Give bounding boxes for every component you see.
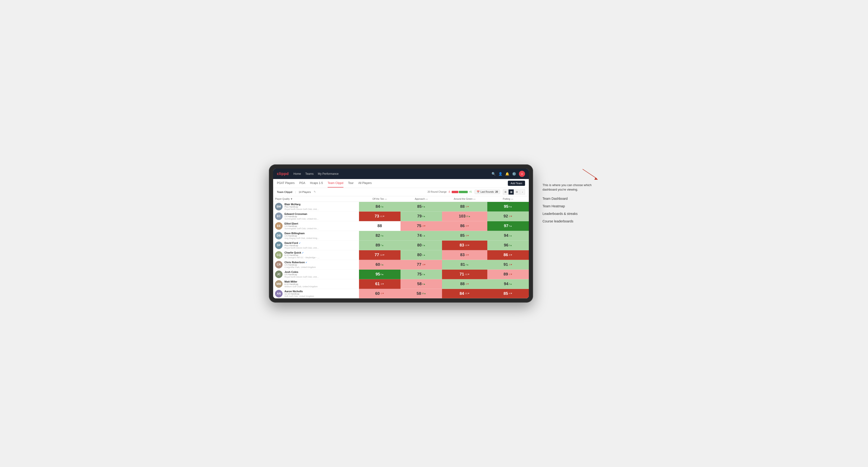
player-avatar: JC — [275, 271, 283, 278]
bar-red — [452, 191, 458, 193]
add-team-button[interactable]: Add Team — [508, 181, 525, 186]
nav-home[interactable]: Home — [293, 171, 301, 177]
score-content: 86 -6▼ — [443, 224, 486, 228]
player-handicap: 1-5 Handicap — [284, 264, 316, 266]
col-header-around[interactable]: Around the Green — — [442, 196, 487, 202]
user-icon[interactable]: 👤 — [498, 172, 502, 176]
player-handicap: 1-5 Handicap — [284, 273, 320, 276]
view-icons: ⊞ ▦ ⊟ ↓ — [503, 189, 525, 195]
nav-teams[interactable]: Teams — [305, 171, 313, 177]
score-change: -11▼ — [464, 273, 470, 276]
player-avatar: DF — [275, 242, 283, 249]
subnav-pgat-players[interactable]: PGAT Players — [277, 179, 294, 187]
settings-icon[interactable]: ⚙️ — [512, 172, 516, 176]
score-change: -3▼ — [508, 215, 513, 218]
score-number: 95 — [504, 204, 508, 209]
heatmap-view-button[interactable]: ⊟ — [514, 189, 519, 195]
toolbar-separator: | — [295, 191, 296, 193]
player-cell[interactable]: JC Josh Coles 1-5 Handicap Royal North D… — [273, 270, 359, 279]
subnav-team-clippd[interactable]: Team Clippd — [328, 179, 343, 187]
last-rounds-button[interactable]: 📅 Last Rounds: 20 — [474, 190, 500, 194]
player-info: David Ford ✓ Plus Handicap Royal North D… — [284, 242, 320, 249]
player-avatar: CQ — [275, 251, 283, 259]
subnav-hcaps[interactable]: Hcaps 1-5 — [310, 179, 323, 187]
table-row: AN Aaron Nicholls 11-15 Handicap Drift G… — [273, 289, 529, 299]
user-avatar[interactable]: U — [519, 171, 525, 177]
edit-icon[interactable]: ✎ — [314, 190, 316, 193]
score-content: 96 3▲ — [488, 243, 528, 248]
score-number: 80 — [417, 253, 422, 257]
subnav-tour[interactable]: Tour — [348, 179, 353, 187]
score-change: 9▲ — [509, 206, 512, 208]
table-row: JC Josh Coles 1-5 Handicap Royal North D… — [273, 270, 529, 279]
score-number: 89 — [375, 243, 380, 248]
player-club: Gog Magog Golf Club, United Kingdom — [284, 237, 320, 239]
score-change: -2▼ — [508, 273, 513, 276]
score-change: -21▼ — [464, 292, 470, 295]
bell-icon[interactable]: 🔔 — [505, 172, 509, 176]
player-cell[interactable]: DB Dave Billingham 1-5 Handicap Gog Mago… — [273, 231, 359, 241]
subnav-pga[interactable]: PGA — [299, 179, 305, 187]
score-putting: 92 -3▼ — [487, 212, 529, 221]
score-number: 60 — [375, 262, 380, 267]
score-number: 77 — [417, 262, 421, 267]
score-putting: 89 -2▼ — [487, 270, 529, 279]
navbar-icons: 🔍 👤 🔔 ⚙️ U — [492, 171, 525, 177]
score-content: 58 4▲ — [401, 282, 441, 286]
score-content: 85 -3▼ — [443, 233, 486, 238]
player-cell[interactable]: AN Aaron Nicholls 11-15 Handicap Drift G… — [273, 289, 359, 299]
member-count-label: 14 Players — [299, 191, 311, 193]
player-cell[interactable]: EE Elliot Ebert 1-5 Handicap Sunningdale… — [273, 221, 359, 231]
player-info: Matt Miller 6-10 Handicap Woburn Golf Cl… — [284, 280, 317, 288]
score-change: 2▲ — [422, 273, 426, 276]
score-number: 75 — [417, 272, 422, 277]
score-content: 61 -3▼ — [360, 282, 400, 286]
table-view-button[interactable]: ▦ — [508, 189, 514, 195]
score-off_tee: 95 8▲ — [359, 270, 401, 279]
grid-view-button[interactable]: ⊞ — [503, 189, 508, 195]
player-cell[interactable]: EC Edward Crossman 1-5 Handicap Sunningd… — [273, 212, 359, 221]
change-negative: -5 — [448, 191, 450, 193]
table-row: CR Chris Robertson ✓ 1-5 Handicap Craigm… — [273, 260, 529, 270]
score-off_tee: 82 4▲ — [359, 231, 401, 241]
player-cell[interactable]: CQ Charlie Quick ✓ 6-10 Handicap St. Geo… — [273, 250, 359, 260]
score-number: 79 — [417, 214, 422, 219]
subnav-all-players[interactable]: All Players — [358, 179, 372, 187]
score-putting: 94 1▲ — [487, 231, 529, 241]
col-header-off-tee[interactable]: Off the Tee — — [359, 196, 401, 202]
bar-green — [459, 191, 468, 193]
player-handicap: Plus Handicap — [284, 244, 320, 247]
annotation-items: Team Dashboard Team Heatmap Leaderboards… — [542, 197, 599, 223]
score-change: 6▲ — [380, 206, 384, 208]
player-cell[interactable]: MM Matt Miller 6-10 Handicap Woburn Golf… — [273, 279, 359, 289]
score-number: 83 — [460, 253, 465, 257]
round-change-section: 20 Round Change -5 +5 — [427, 191, 472, 193]
table-row: CQ Charlie Quick ✓ 6-10 Handicap St. Geo… — [273, 250, 529, 260]
col-header-approach[interactable]: Approach — — [401, 196, 442, 202]
player-name: Blair McHarg — [284, 203, 320, 206]
player-avatar: MM — [275, 280, 283, 288]
player-name: Aaron Nicholls — [284, 290, 314, 293]
col-header-player[interactable]: Player Quality ▼ — [273, 196, 359, 202]
player-cell[interactable]: DF David Ford ✓ Plus Handicap Royal Nort… — [273, 241, 359, 250]
player-info: Charlie Quick ✓ 6-10 Handicap St. George… — [284, 251, 320, 259]
player-avatar: AN — [275, 290, 283, 298]
download-button[interactable]: ↓ — [520, 189, 525, 195]
nav-my-performance[interactable]: My Performance — [318, 171, 338, 177]
score-putting: 95 9▲ — [487, 201, 529, 212]
table-row: BM Blair McHarg Plus Handicap Royal Nort… — [273, 201, 529, 212]
score-approach: 85 8▲ — [401, 201, 442, 212]
player-cell[interactable]: CR Chris Robertson ✓ 1-5 Handicap Craigm… — [273, 260, 359, 270]
search-icon[interactable]: 🔍 — [492, 172, 496, 176]
score-putting: 94 3▲ — [487, 279, 529, 289]
player-cell[interactable]: BM Blair McHarg Plus Handicap Royal Nort… — [273, 202, 359, 212]
score-putting: 91 -3▼ — [487, 260, 529, 270]
score-number: 58 — [416, 291, 421, 296]
table-row: MM Matt Miller 6-10 Handicap Woburn Golf… — [273, 279, 529, 289]
col-header-putting[interactable]: Putting — — [487, 196, 529, 202]
player-name: Edward Crossman — [284, 213, 320, 215]
annotation-arrow — [542, 167, 599, 181]
round-change-label: 20 Round Change — [427, 191, 446, 193]
player-info: Aaron Nicholls 11-15 Handicap Drift Golf… — [284, 290, 314, 298]
score-change: 10▲ — [422, 292, 426, 295]
